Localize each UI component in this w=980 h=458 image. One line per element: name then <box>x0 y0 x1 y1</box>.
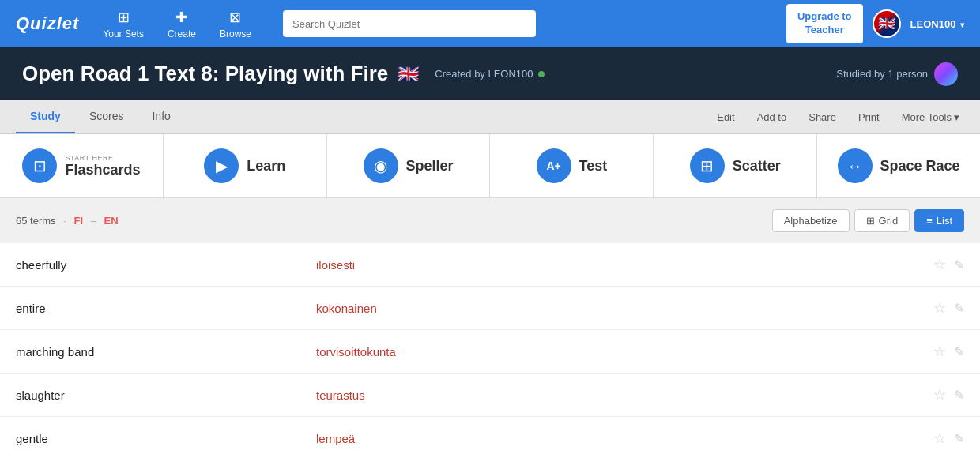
edit-icon[interactable]: ✎ <box>954 301 964 316</box>
term-finnish: kokonainen <box>316 302 933 315</box>
browse-icon: ⊠ <box>229 9 241 26</box>
nav-browse[interactable]: ⊠ Browse <box>220 9 251 39</box>
flashcards-icon: ⊡ <box>22 148 57 183</box>
lang-to: EN <box>104 215 119 227</box>
tab-study[interactable]: Study <box>16 100 75 133</box>
separator: · <box>63 215 66 227</box>
star-icon[interactable]: ☆ <box>933 299 946 317</box>
space-race-label: Space Race <box>880 158 960 175</box>
star-icon[interactable]: ☆ <box>933 430 946 447</box>
terms-count: 65 terms <box>16 215 56 227</box>
start-here-label: START HERE <box>65 154 140 162</box>
space-race-icon: ↔ <box>838 148 873 183</box>
nav-create-label: Create <box>168 28 196 39</box>
alphabetize-button[interactable]: Alphabetize <box>772 209 850 232</box>
mode-space-race[interactable]: ↔ Space Race <box>817 134 980 197</box>
table-row: gentle lempeä ☆ ✎ <box>0 417 980 458</box>
add-to-button[interactable]: Add to <box>752 108 792 126</box>
term-english: entire <box>16 302 316 315</box>
mode-flashcards[interactable]: ⊡ START HERE Flashcards <box>0 134 164 197</box>
mode-scatter[interactable]: ⊞ Scatter <box>654 134 817 197</box>
grid-icon: ⊞ <box>866 215 875 227</box>
nav-create[interactable]: ✚ Create <box>168 9 196 39</box>
flag-icon: 🇬🇧 <box>873 9 901 38</box>
term-english: cheerfully <box>16 258 316 272</box>
term-finnish: torvisoittokunta <box>316 345 933 359</box>
lang-from: FI <box>74 215 83 227</box>
edit-icon[interactable]: ✎ <box>954 431 964 446</box>
created-by-label: Created by LEON100 <box>435 68 544 80</box>
create-icon: ✚ <box>175 9 187 26</box>
star-icon[interactable]: ☆ <box>933 256 946 273</box>
quizlet-logo[interactable]: Quizlet <box>16 13 79 34</box>
speller-icon: ◉ <box>364 148 398 183</box>
mode-speller[interactable]: ◉ Speller <box>327 134 491 197</box>
term-finnish: teurastus <box>316 389 933 402</box>
share-button[interactable]: Share <box>804 108 841 126</box>
edit-icon[interactable]: ✎ <box>954 388 964 403</box>
star-icon[interactable]: ☆ <box>933 343 946 360</box>
studied-section: Studied by 1 person <box>836 62 958 86</box>
nav-your-sets-label: Your Sets <box>103 28 144 39</box>
scatter-icon: ⊞ <box>690 148 725 183</box>
more-tools-label: More Tools <box>902 111 952 123</box>
grid-view-button[interactable]: ⊞ Grid <box>854 209 910 232</box>
edit-button[interactable]: Edit <box>712 108 739 126</box>
term-actions: ☆ ✎ <box>933 430 964 447</box>
chevron-down-icon: ▾ <box>960 21 964 29</box>
avatar-cluster <box>934 62 958 86</box>
tab-list: Study Scores Info <box>16 100 185 133</box>
edit-icon[interactable]: ✎ <box>954 344 964 359</box>
terms-header: 65 terms · FI – EN Alphabetize ⊞ Grid ≡ … <box>0 198 980 243</box>
study-modes-bar: ⊡ START HERE Flashcards ▶ Learn ◉ Spelle… <box>0 134 980 198</box>
table-row: slaughter teurastus ☆ ✎ <box>0 374 980 417</box>
table-row: cheerfully iloisesti ☆ ✎ <box>0 243 980 287</box>
learn-icon: ▶ <box>204 148 239 183</box>
term-english: gentle <box>16 432 316 445</box>
nav-right: Upgrade toTeacher 🇬🇧 LEON100 ▾ <box>786 4 964 43</box>
mode-test[interactable]: A+ Test <box>490 134 654 197</box>
header-left: Open Road 1 Text 8: Playing with Fire 🇬🇧… <box>22 62 545 86</box>
studied-text: Studied by 1 person <box>836 68 928 80</box>
term-finnish: lempeä <box>316 432 933 445</box>
term-actions: ☆ ✎ <box>933 299 964 317</box>
online-indicator <box>538 71 545 77</box>
upgrade-teacher-button[interactable]: Upgrade toTeacher <box>786 4 863 43</box>
set-header: Open Road 1 Text 8: Playing with Fire 🇬🇧… <box>0 47 980 100</box>
created-by-text: Created by LEON100 <box>435 68 533 80</box>
list-label: List <box>937 215 952 227</box>
tab-scores[interactable]: Scores <box>75 100 138 133</box>
edit-icon[interactable]: ✎ <box>954 257 964 272</box>
test-label: Test <box>579 158 608 175</box>
top-nav: Quizlet ⊞ Your Sets ✚ Create ⊠ Browse Up… <box>0 0 980 47</box>
study-tabs-bar: Study Scores Info Edit Add to Share Prin… <box>0 100 980 134</box>
flashcards-label-wrap: START HERE Flashcards <box>65 154 140 178</box>
term-english: marching band <box>16 345 316 359</box>
more-tools-button[interactable]: More Tools ▾ <box>897 108 964 126</box>
list-view-button[interactable]: ≡ List <box>914 209 964 232</box>
table-row: marching band torvisoittokunta ☆ ✎ <box>0 330 980 374</box>
gb-flag-icon: 🇬🇧 <box>398 64 419 84</box>
term-actions: ☆ ✎ <box>933 386 964 404</box>
scatter-label: Scatter <box>733 158 781 175</box>
terms-list: cheerfully iloisesti ☆ ✎ entire kokonain… <box>0 243 980 458</box>
term-actions: ☆ ✎ <box>933 343 964 360</box>
star-icon[interactable]: ☆ <box>933 386 946 404</box>
grid-label: Grid <box>879 215 899 227</box>
set-title: Open Road 1 Text 8: Playing with Fire <box>22 62 388 86</box>
user-menu-button[interactable]: LEON100 ▾ <box>910 18 964 30</box>
learn-label: Learn <box>247 158 285 175</box>
your-sets-icon: ⊞ <box>118 9 130 26</box>
flashcards-label: Flashcards <box>65 162 140 178</box>
view-controls: Alphabetize ⊞ Grid ≡ List <box>772 209 964 232</box>
search-input[interactable] <box>283 10 536 37</box>
mode-learn[interactable]: ▶ Learn <box>164 134 327 197</box>
table-row: entire kokonainen ☆ ✎ <box>0 287 980 330</box>
nav-your-sets[interactable]: ⊞ Your Sets <box>103 9 144 39</box>
term-actions: ☆ ✎ <box>933 256 964 273</box>
more-tools-chevron-icon: ▾ <box>954 111 959 123</box>
tab-info[interactable]: Info <box>138 100 184 133</box>
speller-label: Speller <box>406 158 454 175</box>
print-button[interactable]: Print <box>854 108 884 126</box>
lang-dash: – <box>91 215 96 227</box>
